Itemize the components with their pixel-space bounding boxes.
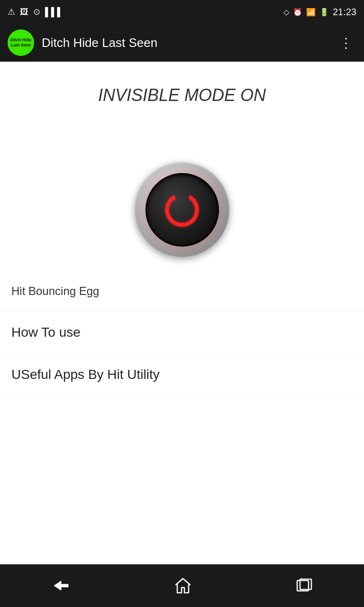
power-button-inner[interactable] (146, 173, 219, 247)
status-bar: ⚠ 🖼 ⊙ ▌▌▌ ◇ ⏰ 📶 🔋 21:23 (0, 0, 364, 24)
menu-item-hit-bouncing-egg-label: Hit Bouncing Egg (11, 285, 99, 297)
bars-icon: ▌▌▌ (45, 7, 63, 17)
menu-item-how-to-use-label: How To use (11, 325, 81, 340)
home-button[interactable] (160, 572, 206, 599)
status-time: 21:23 (333, 7, 356, 18)
app-title: Ditch Hide Last Seen (42, 36, 336, 50)
alarm-icon: ⏰ (293, 8, 302, 17)
invisible-mode-label: INVISIBLE MODE ON (98, 85, 266, 105)
image-icon: 🖼 (20, 7, 28, 17)
app-bar: Ditch Hide Last Seen Ditch Hide Last See… (0, 24, 364, 62)
nav-bar (0, 564, 364, 607)
app-logo: Ditch Hide Last Seen (8, 29, 34, 56)
app-logo-text: Ditch Hide Last Seen (8, 37, 34, 48)
overflow-menu-button[interactable]: ⋮ (336, 31, 356, 55)
menu-section: Hit Bouncing Egg How To use USeful Apps … (0, 271, 364, 396)
power-button-outer[interactable] (135, 162, 229, 257)
home-icon (174, 577, 191, 594)
record-icon: ⊙ (33, 7, 40, 17)
power-button-container[interactable] (135, 162, 229, 257)
battery-icon: 🔋 (319, 8, 329, 17)
power-icon (161, 188, 203, 231)
back-button[interactable] (37, 574, 85, 598)
back-icon (52, 579, 71, 593)
menu-item-how-to-use[interactable]: How To use (0, 312, 364, 354)
status-bar-right: ◇ ⏰ 📶 🔋 21:23 (283, 7, 356, 18)
menu-item-useful-apps[interactable]: USeful Apps By Hit Utility (0, 354, 364, 396)
signal-icon: 📶 (306, 8, 316, 17)
svg-marker-1 (176, 579, 190, 593)
menu-item-hit-bouncing-egg[interactable]: Hit Bouncing Egg (0, 271, 364, 312)
warning-icon: ⚠ (8, 7, 15, 17)
menu-item-useful-apps-label: USeful Apps By Hit Utility (11, 367, 160, 382)
recents-button[interactable] (281, 574, 327, 598)
main-content: INVISIBLE MODE ON (0, 62, 364, 564)
recents-icon (295, 579, 312, 593)
status-bar-left: ⚠ 🖼 ⊙ ▌▌▌ (8, 7, 63, 17)
sim-icon: ◇ (283, 8, 289, 17)
